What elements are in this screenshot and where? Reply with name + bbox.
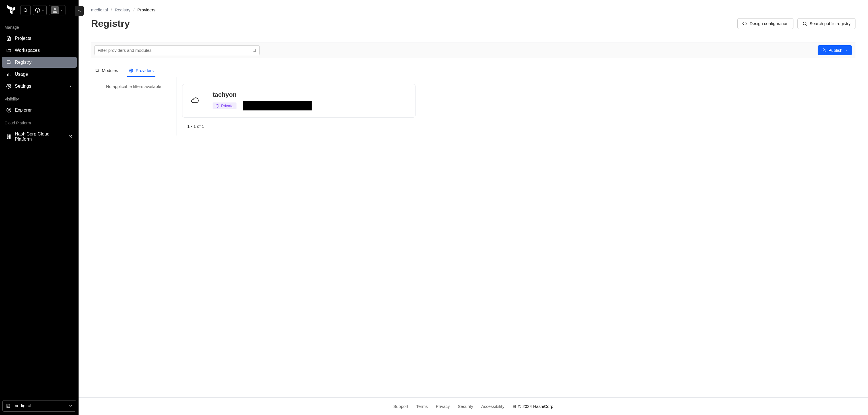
sidebar-item-usage[interactable]: Usage (2, 69, 77, 80)
publish-button[interactable]: Publish (818, 45, 852, 55)
section-label-manage: Manage (0, 21, 79, 32)
hashicorp-icon (512, 405, 516, 409)
main: mcdigital / Registry / Providers Registr… (79, 0, 868, 415)
footer-link-accessibility[interactable]: Accessibility (481, 404, 504, 409)
sidebar-item-label: Explorer (15, 108, 32, 113)
page-title: Registry (91, 18, 130, 29)
section-label-cloud: Cloud Platform (0, 116, 79, 128)
compass-icon (6, 108, 11, 113)
sidebar-item-label: Settings (15, 84, 31, 89)
footer: Support Terms Privacy Security Accessibi… (79, 397, 868, 415)
footer-link-support[interactable]: Support (393, 404, 408, 409)
tab-label: Modules (102, 68, 118, 73)
layers-icon (6, 60, 11, 65)
breadcrumb-sep: / (133, 7, 134, 12)
hashicorp-icon (6, 134, 11, 139)
svg-point-12 (7, 108, 11, 113)
visibility-badge: Private (213, 102, 237, 109)
search-icon (252, 48, 257, 53)
tab-modules[interactable]: Modules (93, 66, 120, 77)
section-label-visibility: Visibility (0, 92, 79, 104)
header-actions: Design configuration Search public regis… (737, 18, 856, 29)
card-meta: Private (213, 101, 407, 111)
body-row: No applicable filters available tachyon … (91, 77, 856, 136)
avatar (51, 6, 59, 14)
tabs: Modules Providers (91, 66, 856, 77)
svg-rect-16 (8, 136, 10, 137)
breadcrumb: mcdigital / Registry / Providers (91, 7, 856, 12)
chevron-down-icon (60, 8, 63, 12)
bar-chart-icon (6, 72, 11, 77)
badge-label: Private (221, 103, 234, 108)
sidebar-item-workspaces[interactable]: Workspaces (2, 45, 77, 56)
search-icon (802, 21, 807, 26)
svg-point-11 (8, 86, 10, 87)
sidebar-item-label: Projects (15, 36, 31, 41)
search-public-registry-button[interactable]: Search public registry (798, 18, 856, 29)
folder-icon (6, 48, 11, 53)
footer-link-privacy[interactable]: Privacy (436, 404, 450, 409)
card-body: tachyon Private (213, 91, 407, 111)
redacted-text (243, 101, 312, 111)
help-icon (35, 8, 40, 13)
svg-marker-13 (8, 109, 10, 111)
org-switcher-label: mcdigital (13, 403, 31, 409)
global-search-button[interactable] (21, 5, 31, 16)
sidebar-item-settings[interactable]: Settings (2, 81, 77, 92)
svg-point-0 (24, 8, 27, 12)
footer-link-terms[interactable]: Terms (416, 404, 428, 409)
footer-link-security[interactable]: Security (458, 404, 473, 409)
chevron-double-left-icon (78, 9, 82, 13)
design-configuration-button[interactable]: Design configuration (737, 18, 794, 29)
results-panel: tachyon Private 1 - 1 of 1 (177, 77, 856, 136)
breadcrumb-org[interactable]: mcdigital (91, 7, 108, 12)
svg-rect-37 (514, 406, 515, 407)
button-label: Search public registry (810, 21, 850, 26)
user-icon (52, 7, 58, 13)
sidebar-collapse-button[interactable] (75, 6, 84, 16)
sidebar-item-registry[interactable]: Registry (2, 57, 77, 68)
sidebar-item-hcp[interactable]: HashiCorp Cloud Platform (2, 129, 77, 145)
filters-panel: No applicable filters available (91, 77, 177, 136)
tab-label: Providers (136, 68, 154, 73)
org-switcher[interactable]: mcdigital (2, 400, 76, 412)
globe-lock-icon (215, 104, 219, 108)
cloud-icon (190, 96, 199, 105)
sidebar-item-label: Workspaces (15, 48, 40, 53)
sidebar-item-explorer[interactable]: Explorer (2, 105, 77, 116)
svg-point-4 (54, 8, 56, 10)
provider-card[interactable]: tachyon Private (182, 84, 415, 118)
sidebar-item-label: Registry (15, 60, 32, 65)
chevron-down-icon (69, 404, 72, 408)
sidebar-item-label: HashiCorp Cloud Platform (15, 131, 65, 142)
terraform-logo[interactable] (5, 4, 18, 17)
user-menu-button[interactable] (49, 5, 65, 16)
file-icon (6, 36, 11, 41)
svg-rect-30 (96, 69, 98, 71)
search-box (94, 45, 259, 55)
svg-rect-18 (7, 404, 10, 408)
gear-icon (6, 84, 11, 89)
filter-input[interactable] (94, 45, 259, 55)
help-menu-button[interactable] (33, 5, 47, 16)
filter-bar: Publish (91, 42, 856, 58)
building-icon (6, 404, 10, 408)
code-icon (742, 21, 747, 26)
svg-rect-7 (7, 61, 10, 63)
globe-icon (129, 68, 133, 73)
breadcrumb-current: Providers (137, 7, 155, 12)
terraform-icon (7, 5, 16, 16)
svg-line-26 (806, 25, 807, 25)
svg-line-17 (70, 135, 72, 137)
chevron-right-icon (68, 84, 72, 88)
provider-name: tachyon (213, 91, 407, 98)
sidebar-item-projects[interactable]: Projects (2, 33, 77, 44)
chevron-down-icon (41, 8, 45, 12)
breadcrumb-registry[interactable]: Registry (115, 7, 130, 12)
breadcrumb-sep: / (111, 7, 112, 12)
svg-point-25 (803, 22, 806, 25)
copyright: © 2024 HashiCorp (512, 404, 553, 409)
sidebar-top (0, 0, 79, 21)
button-label: Publish (829, 48, 842, 53)
tab-providers[interactable]: Providers (127, 66, 155, 77)
